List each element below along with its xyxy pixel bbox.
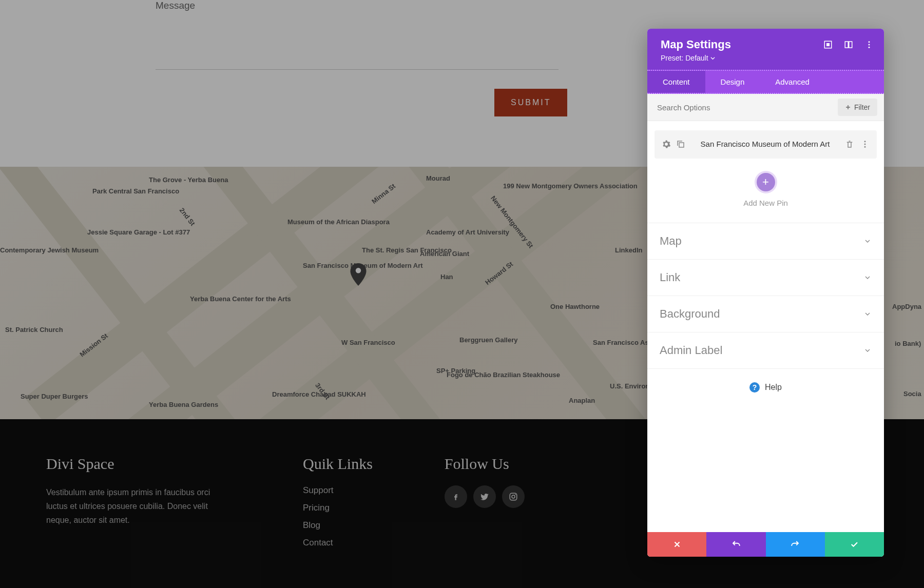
accordion-background[interactable]: Background	[647, 296, 884, 332]
footer-title: Quik Links	[303, 455, 373, 473]
map-label: AppDyna	[892, 303, 921, 310]
message-field-label: Message	[156, 0, 195, 11]
footer-text: Vestibulum ante ipsum primis in faucibus…	[46, 485, 231, 527]
map-marker-icon[interactable]	[350, 263, 367, 288]
redo-button[interactable]	[766, 532, 825, 557]
map-label: The Grove - Yerba Buena	[149, 176, 228, 184]
footer-column-about: Divi Space Vestibulum ante ipsum primis …	[46, 455, 231, 552]
map-label: Yerba Buena Center for the Arts	[190, 295, 291, 303]
svg-rect-11	[679, 143, 684, 147]
map-label: Museum of the African Diaspora	[287, 218, 390, 226]
footer-title: Follow Us	[445, 455, 525, 473]
search-bar: Filter	[647, 94, 884, 121]
panel-body: San Francisco Museum of Modern Art + Add…	[647, 121, 884, 532]
svg-point-8	[869, 41, 870, 43]
footer-link-support[interactable]: Support	[303, 485, 373, 496]
map-label: Han	[440, 273, 453, 281]
submit-button[interactable]: SUBMIT	[494, 89, 567, 116]
map-label: Anaplan	[569, 397, 595, 404]
chevron-down-icon	[863, 237, 872, 245]
map-label: One Hawthorne	[550, 303, 600, 310]
tabs-bar: Content Design Advanced	[647, 70, 884, 94]
svg-point-9	[869, 44, 870, 46]
svg-rect-5	[826, 43, 830, 46]
footer-column-social: Follow Us	[445, 455, 525, 552]
gear-icon[interactable]	[662, 140, 671, 149]
svg-point-13	[864, 144, 866, 145]
map-label: LinkedIn	[615, 246, 642, 254]
map-label: Yerba Buena Gardens	[149, 401, 218, 408]
map-label: SP+ Parking	[436, 367, 475, 375]
map-label: 199 New Montgomery Owners Association	[503, 182, 638, 190]
svg-rect-6	[845, 42, 848, 48]
help-icon: ?	[749, 382, 760, 393]
chevron-down-icon	[863, 310, 872, 318]
preset-dropdown[interactable]: Preset: Default	[661, 54, 715, 62]
map-label: Park Central San Francisco	[92, 187, 179, 195]
add-pin-label: Add New Pin	[654, 199, 877, 207]
svg-point-3	[515, 494, 516, 495]
trash-icon[interactable]	[845, 140, 854, 149]
twitter-icon[interactable]	[473, 485, 496, 508]
footer-column-links: Quik Links Support Pricing Blog Contact	[303, 455, 373, 552]
footer-link-blog[interactable]: Blog	[303, 520, 373, 531]
accordion-link[interactable]: Link	[647, 260, 884, 296]
more-icon[interactable]	[860, 140, 870, 149]
svg-rect-7	[849, 42, 852, 48]
search-input[interactable]	[654, 99, 838, 116]
map-label: Dreamforce Chabad SUKKAH	[272, 390, 366, 398]
facebook-icon[interactable]	[445, 485, 467, 508]
add-pin-area: + Add New Pin	[654, 170, 877, 223]
save-button[interactable]	[825, 532, 884, 557]
accordion-map[interactable]: Map	[647, 223, 884, 260]
map-label: St. Patrick Church	[5, 326, 63, 334]
add-pin-button[interactable]: +	[757, 173, 775, 191]
footer-link-contact[interactable]: Contact	[303, 538, 373, 548]
map-label: Jessie Square Garage - Lot #377	[87, 228, 190, 236]
map-label: Super Duper Burgers	[21, 393, 88, 400]
pin-item: San Francisco Museum of Modern Art	[654, 130, 877, 159]
undo-button[interactable]	[706, 532, 765, 557]
map-label: Academy of Art University	[426, 228, 509, 236]
footer-link-pricing[interactable]: Pricing	[303, 503, 373, 513]
map-label: American Giant	[420, 250, 469, 258]
map-label: Minna St	[370, 182, 397, 205]
svg-point-12	[864, 141, 866, 143]
more-icon[interactable]	[864, 40, 874, 49]
accordion-admin-label[interactable]: Admin Label	[647, 332, 884, 369]
svg-point-14	[864, 146, 866, 148]
filter-button[interactable]: Filter	[838, 99, 877, 116]
help-link[interactable]: ? Help	[654, 369, 877, 406]
panel-footer	[647, 532, 884, 557]
cancel-button[interactable]	[647, 532, 706, 557]
svg-point-0	[356, 268, 361, 273]
pin-title: San Francisco Museum of Modern Art	[691, 139, 839, 150]
expand-icon[interactable]	[823, 40, 833, 49]
svg-point-10	[869, 47, 870, 48]
instagram-icon[interactable]	[502, 485, 525, 508]
map-settings-panel: Map Settings Preset: Default Content Des…	[647, 29, 884, 557]
map-label: 2nd St	[178, 206, 197, 227]
message-underline	[156, 69, 559, 70]
tab-content[interactable]: Content	[647, 71, 705, 93]
tab-advanced[interactable]: Advanced	[760, 71, 825, 93]
map-label: Contemporary Jewish Museum	[0, 246, 99, 254]
map-label: Socia	[903, 390, 921, 398]
chevron-down-icon	[863, 273, 872, 282]
footer-title: Divi Space	[46, 455, 231, 473]
map-label: Mourad	[426, 174, 450, 182]
svg-point-2	[512, 495, 515, 498]
snap-icon[interactable]	[844, 40, 853, 49]
panel-header: Map Settings Preset: Default	[647, 29, 884, 70]
accordion: Map Link Background Admin Label	[647, 223, 884, 369]
map-label: Berggruen Gallery	[459, 336, 517, 344]
map-label: W San Francisco	[341, 339, 395, 346]
tab-design[interactable]: Design	[705, 71, 760, 93]
duplicate-icon[interactable]	[676, 140, 685, 149]
map-label: io Bank)	[895, 340, 921, 347]
chevron-down-icon	[863, 346, 872, 355]
